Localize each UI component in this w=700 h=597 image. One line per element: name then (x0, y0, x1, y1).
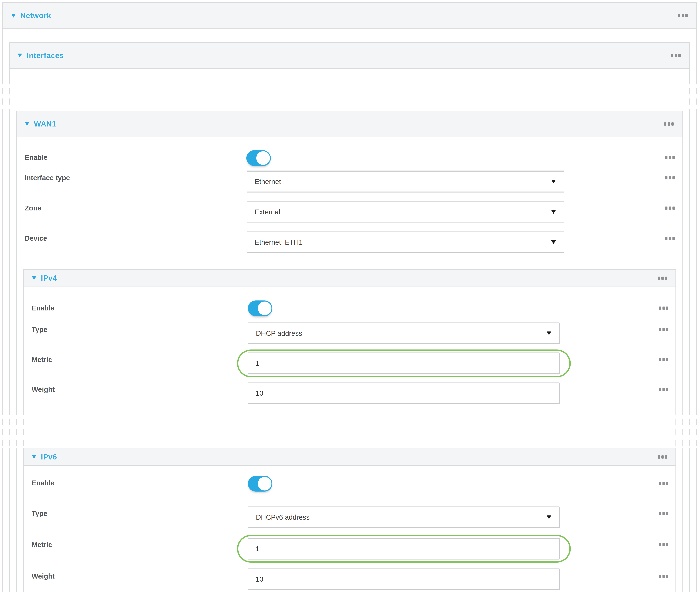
network-panel-border-left (2, 110, 3, 409)
ellipsis-menu-icon[interactable] (659, 543, 668, 546)
ellipsis-menu-icon[interactable] (659, 482, 668, 485)
ipv4-enable-toggle[interactable] (248, 300, 272, 316)
ellipsis-menu-icon[interactable] (665, 156, 675, 159)
ellipsis-menu-icon[interactable] (659, 388, 668, 391)
ellipsis-menu-icon[interactable] (665, 176, 675, 179)
ellipsis-menu-icon[interactable] (659, 306, 668, 310)
torn-edge-dashes (2, 78, 3, 110)
wan1-enable-toggle[interactable] (246, 150, 271, 166)
section-title: WAN1 (34, 120, 56, 128)
section-header-interfaces[interactable]: Interfaces (9, 42, 690, 69)
zone-select[interactable]: External (247, 201, 565, 222)
collapse-triangle-icon (11, 14, 16, 18)
zone-label: Zone (25, 204, 41, 212)
ipv6-enable-toggle[interactable] (248, 476, 272, 492)
weight-label: Weight (32, 572, 55, 580)
torn-edge-dashes (16, 409, 17, 448)
ellipsis-menu-icon[interactable] (659, 358, 668, 361)
ellipsis-menu-icon[interactable] (665, 206, 675, 210)
caret-down-icon (551, 210, 556, 214)
enable-label: Enable (32, 479, 54, 487)
ipv4-panel-border-right (675, 287, 676, 409)
ipv6-panel-border-left (23, 466, 24, 592)
toggle-knob (258, 477, 272, 491)
caret-down-icon (547, 516, 551, 519)
device-select[interactable]: Ethernet: ETH1 (247, 232, 565, 253)
wan1-panel-border-left (16, 137, 17, 409)
interfaces-panel-border-right (690, 69, 690, 78)
network-panel-border-right (696, 110, 697, 409)
network-settings-page: Network Interfaces WAN1 IPv4 IPv6 Enable… (0, 0, 700, 597)
interfaces-panel-border-right (690, 448, 690, 592)
ellipsis-menu-icon[interactable] (659, 512, 668, 515)
section-title: Network (20, 11, 51, 20)
interfaces-panel-border-left (9, 110, 10, 409)
torn-edge-dashes (696, 409, 697, 448)
torn-edge-dashes (690, 409, 690, 448)
torn-edge-dashes (9, 409, 10, 448)
ellipsis-menu-icon[interactable] (658, 455, 667, 458)
toggle-knob (256, 151, 270, 165)
torn-edge-dashes (675, 409, 676, 448)
interface-type-label: Interface type (25, 174, 70, 182)
ipv6-metric-input[interactable] (248, 538, 560, 559)
device-label: Device (25, 234, 47, 243)
torn-edge-dashes (682, 409, 683, 448)
type-label: Type (32, 325, 47, 334)
metric-label: Metric (32, 355, 52, 364)
metric-label: Metric (32, 541, 52, 549)
collapse-triangle-icon (32, 455, 36, 459)
torn-edge-dashes (9, 78, 10, 110)
toggle-knob (258, 301, 272, 315)
section-title: IPv4 (41, 274, 57, 282)
torn-edge-dashes (696, 78, 697, 110)
ipv4-panel-border-left (23, 287, 24, 409)
ipv6-panel-border-right (675, 466, 676, 592)
torn-edge-dashes (690, 78, 690, 110)
network-panel-border-left (2, 29, 3, 78)
wan1-panel-border-right (682, 137, 683, 409)
section-header-wan1[interactable]: WAN1 (16, 110, 683, 137)
torn-edge-dashes (2, 409, 3, 448)
ipv4-weight-input[interactable] (248, 383, 560, 404)
network-panel-border-right (696, 29, 697, 78)
ellipsis-menu-icon[interactable] (671, 54, 681, 57)
interfaces-panel-border-left (9, 448, 10, 592)
weight-label: Weight (32, 385, 55, 394)
wan1-panel-border-left (16, 448, 17, 592)
section-header-ipv6[interactable]: IPv6 (23, 448, 676, 466)
ellipsis-menu-icon[interactable] (665, 237, 675, 240)
ellipsis-menu-icon[interactable] (678, 14, 688, 17)
ellipsis-menu-icon[interactable] (658, 277, 667, 280)
wan1-panel-border-right (682, 448, 683, 592)
interfaces-panel-border-left (9, 69, 10, 78)
ipv6-type-value: DHCPv6 address (256, 513, 309, 521)
section-header-ipv4[interactable]: IPv4 (23, 269, 676, 287)
caret-down-icon (551, 241, 556, 244)
section-header-network[interactable]: Network (2, 2, 697, 29)
caret-down-icon (547, 331, 551, 335)
ipv4-metric-input[interactable] (248, 353, 560, 374)
network-panel-border-left (2, 448, 3, 592)
ellipsis-menu-icon[interactable] (659, 575, 668, 578)
interfaces-panel-border-right (690, 110, 690, 409)
enable-label: Enable (32, 304, 54, 312)
enable-label: Enable (25, 153, 48, 161)
ipv6-weight-input[interactable] (248, 569, 560, 590)
ellipsis-menu-icon[interactable] (659, 328, 668, 331)
ipv4-type-select[interactable]: DHCP address (248, 323, 560, 344)
collapse-triangle-icon (32, 276, 36, 280)
device-value: Ethernet: ETH1 (255, 238, 303, 246)
interface-type-value: Ethernet (255, 178, 281, 185)
zone-value: External (255, 208, 280, 216)
ipv4-type-value: DHCP address (256, 329, 302, 337)
interface-type-select[interactable]: Ethernet (247, 171, 565, 192)
collapse-triangle-icon (18, 54, 22, 57)
ipv6-type-select[interactable]: DHCPv6 address (248, 507, 560, 528)
ellipsis-menu-icon[interactable] (664, 122, 674, 126)
torn-edge-dashes (23, 409, 24, 448)
collapse-triangle-icon (25, 122, 29, 126)
type-label: Type (32, 509, 47, 518)
section-title: IPv6 (41, 452, 57, 461)
network-panel-border-right (696, 448, 697, 592)
